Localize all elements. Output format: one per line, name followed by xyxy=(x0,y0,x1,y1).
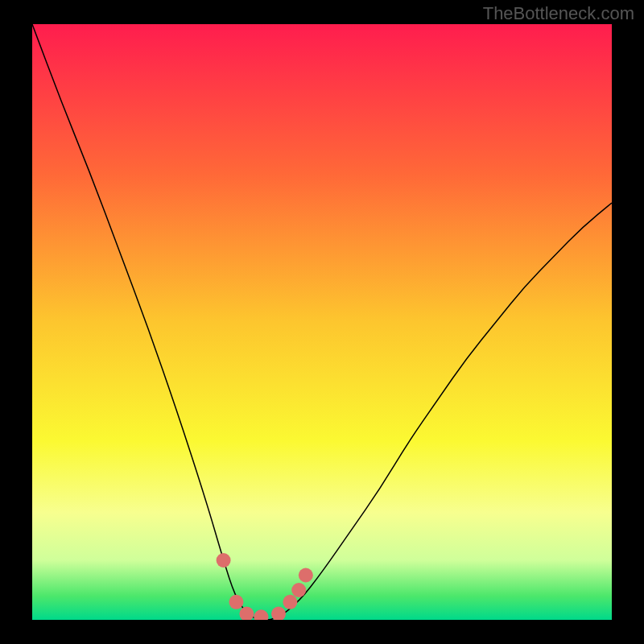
data-marker xyxy=(299,568,313,583)
data-marker xyxy=(229,595,243,609)
plot-area xyxy=(32,24,612,620)
chart-container: TheBottleneck.com xyxy=(0,0,644,644)
data-marker xyxy=(291,583,306,597)
data-marker xyxy=(283,595,297,609)
data-marker xyxy=(217,553,231,568)
chart-background xyxy=(32,24,612,620)
chart-svg xyxy=(32,24,612,620)
watermark-text: TheBottleneck.com xyxy=(483,3,634,24)
